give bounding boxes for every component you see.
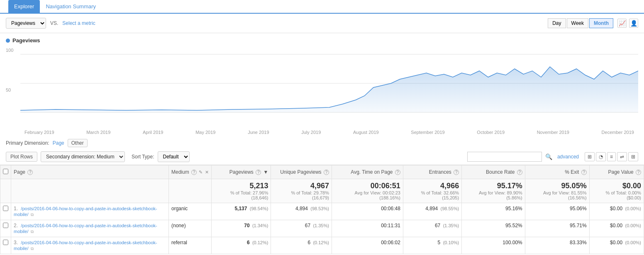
day-button[interactable]: Day (548, 18, 566, 28)
row2-pct-exit: 95.71% (525, 220, 589, 237)
x-apr: April 2019 (143, 130, 163, 135)
row3-entrances: 5 (0.10%) (403, 237, 461, 254)
row3-checkbox[interactable] (0, 237, 11, 254)
search-input[interactable] (467, 152, 542, 162)
table-row: 1. /posts/2016-04-06-how-to-copy-and-pas… (0, 203, 644, 220)
y-label-100: 100 (6, 48, 18, 53)
list-view-icon[interactable]: ≡ (607, 152, 616, 161)
primary-dim-label: Primary Dimension: (6, 140, 49, 146)
table-row: 2. /posts/2016-04-06-how-to-copy-and-pas… (0, 220, 644, 237)
row2-ext-icon[interactable]: ⧉ (31, 229, 34, 234)
table-row: 3. /posts/2016-04-06-how-to-copy-and-pas… (0, 237, 644, 254)
header-pageviews: Pageviews ? ▼ (211, 165, 271, 179)
bar-chart-icon[interactable]: 👤 (629, 19, 638, 28)
header-unique-pageviews: Unique Pageviews ? (271, 165, 332, 179)
row1-page-link[interactable]: /posts/2016-04-06-how-to-copy-and-paste-… (14, 206, 157, 217)
header-checkbox[interactable] (0, 165, 11, 179)
row1-ext-icon[interactable]: ⧉ (31, 212, 34, 217)
row3-page-value: $0.00 (0.00%) (589, 237, 644, 254)
row3-page-link[interactable]: /posts/2016-04-06-how-to-copy-and-paste-… (14, 240, 157, 251)
compare-view-icon[interactable]: ⇌ (617, 152, 627, 161)
line-chart-icon[interactable]: 📈 (617, 19, 627, 28)
sort-dropdown[interactable]: Default (158, 151, 190, 162)
x-jun: June 2019 (248, 130, 269, 135)
pivot-view-icon[interactable]: ⊞ (628, 152, 638, 161)
row2-checkbox[interactable] (0, 220, 11, 237)
pageviews-help-icon[interactable]: ? (256, 170, 261, 175)
month-button[interactable]: Month (589, 18, 613, 28)
legend-dot (6, 39, 10, 43)
row2-page-link[interactable]: /posts/2016-04-06-how-to-copy-and-paste-… (14, 223, 157, 234)
medium-close-icon[interactable]: ✕ (205, 170, 209, 175)
total-entrances-cell: 4,966 % of Total: 32.66% (15,205) (403, 179, 461, 203)
select-metric-link[interactable]: Select a metric (62, 20, 95, 26)
search-icon[interactable]: 🔍 (545, 153, 552, 160)
tab-navigation-summary[interactable]: Navigation Summary (40, 0, 102, 13)
tab-explorer[interactable]: Explorer (8, 0, 40, 13)
row1-avg-time: 00:06:48 (332, 203, 403, 220)
row2-bounce-rate: 95.52% (462, 220, 525, 237)
medium-help-icon[interactable]: ? (191, 170, 197, 175)
avg-time-help-icon[interactable]: ? (395, 170, 400, 175)
vs-label: VS. (50, 20, 58, 26)
row3-page: 3. /posts/2016-04-06-how-to-copy-and-pas… (11, 237, 169, 254)
x-nov: November 2019 (537, 130, 569, 135)
chart-legend-label: Pageviews (12, 37, 40, 44)
row2-entrances: 67 (1.35%) (403, 220, 461, 237)
pie-view-icon[interactable]: ◔ (596, 152, 606, 161)
x-feb: February 2019 (24, 130, 54, 135)
row2-pageviews: 70 (1.34%) (211, 220, 271, 237)
select-all-checkbox[interactable] (3, 169, 8, 174)
pageviews-sort-icon[interactable]: ▼ (263, 169, 268, 175)
header-avg-time: Avg. Time on Page ? (332, 165, 403, 179)
x-aug: August 2019 (353, 130, 379, 135)
advanced-link[interactable]: advanced (557, 154, 579, 160)
row3-medium: referral (169, 237, 212, 254)
metric-dropdown[interactable]: Pageviews (6, 18, 46, 29)
row1-pageviews: 5,137 (98.54%) (211, 203, 271, 220)
header-medium: Medium ? ✎ ✕ (169, 165, 212, 179)
page-dim-link[interactable]: Page (53, 140, 64, 146)
date-buttons: Day Week Month (548, 18, 613, 28)
row1-page: 1. /posts/2016-04-06-how-to-copy-and-pas… (11, 203, 169, 220)
row3-avg-time: 00:06:02 (332, 237, 403, 254)
row1-pct-exit: 95.06% (525, 203, 589, 220)
unique-pv-help-icon[interactable]: ? (324, 170, 329, 175)
entrances-help-icon[interactable]: ? (454, 170, 459, 175)
header-bounce-rate: Bounce Rate ? (462, 165, 525, 179)
bounce-help-icon[interactable]: ? (517, 170, 522, 175)
week-button[interactable]: Week (567, 18, 588, 28)
x-jul: July 2019 (301, 130, 321, 135)
x-may: May 2019 (195, 130, 215, 135)
total-pageviews-cell: 5,213 % of Total: 27.96% (18,646) (211, 179, 271, 203)
plot-rows-button[interactable]: Plot Rows (6, 152, 37, 162)
row3-pageviews: 6 (0.12%) (211, 237, 271, 254)
row2-page-value: $0.00 (0.00%) (589, 220, 644, 237)
row2-unique-pv: 67 (1.35%) (271, 220, 332, 237)
y-axis: 100 50 (6, 46, 18, 129)
row2-page: 2. /posts/2016-04-06-how-to-copy-and-pas… (11, 220, 169, 237)
row1-medium: organic (169, 203, 212, 220)
other-dim-button[interactable]: Other (68, 139, 88, 147)
row3-unique-pv: 6 (0.12%) (271, 237, 332, 254)
row1-bounce-rate: 95.16% (462, 203, 525, 220)
header-pct-exit: % Exit ? (525, 165, 589, 179)
grid-view-icon[interactable]: ⊞ (585, 152, 595, 161)
page-help-icon[interactable]: ? (27, 170, 33, 175)
row2-medium: (none) (169, 220, 212, 237)
primary-dimension-row: Primary Dimension: Page Other (0, 135, 644, 149)
total-bounce-rate-cell: 95.17% Avg for View: 89.90% (5.86%) (462, 179, 525, 203)
x-oct: October 2019 (477, 130, 505, 135)
exit-help-icon[interactable]: ? (581, 170, 587, 175)
y-label-50: 50 (6, 87, 18, 92)
total-medium-cell (169, 179, 212, 203)
secondary-dim-dropdown[interactable]: Secondary dimension: Medium (41, 151, 125, 162)
header-entrances: Entrances ? (403, 165, 461, 179)
filter-row: Plot Rows Secondary dimension: Medium So… (0, 149, 644, 165)
medium-edit-icon[interactable]: ✎ (199, 170, 202, 175)
total-page-value-cell: $0.00 % of Total: 0.00% ($0.00) (589, 179, 644, 203)
data-table: Page ? Medium ? ✎ ✕ Pageviews ? ▼ Unique… (0, 165, 644, 254)
row3-ext-icon[interactable]: ⧉ (31, 246, 34, 251)
row1-checkbox[interactable] (0, 203, 11, 220)
value-help-icon[interactable]: ? (636, 170, 641, 175)
